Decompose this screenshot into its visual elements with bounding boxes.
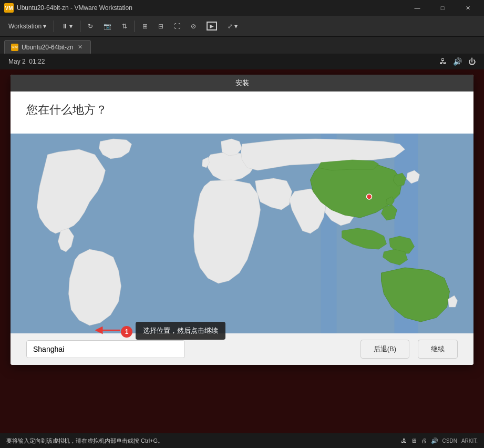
installer-header: 安装 <box>11 75 473 91</box>
pause-dropdown-icon: ▾ <box>69 23 73 30</box>
unity-icon: ⊘ <box>191 23 196 30</box>
split-icon: ⊞ <box>142 23 148 30</box>
bottom-statusbar: 要将输入定向到该虚拟机，请在虚拟机内部单击或按 Ctrl+G。 🖧 🖥 🖨 🔊 … <box>0 433 484 448</box>
app-icon: VM <box>4 3 14 13</box>
back-icon: ↻ <box>88 23 93 30</box>
vm-statusbar-right: 🖧 🔊 ⏻ <box>439 57 476 66</box>
installer-bottom: 1 选择位置，然后点击继续 后退(B) 继续 <box>11 333 473 365</box>
vm-hint-text: 要将输入定向到该虚拟机，请在虚拟机内部单击或按 Ctrl+G。 <box>6 437 163 445</box>
view-single-button[interactable]: ⊟ <box>154 18 168 34</box>
single-icon: ⊟ <box>158 23 163 30</box>
display-icon: 🖥 <box>411 437 417 444</box>
toolbar-separator-3 <box>135 21 135 32</box>
toolbar-separator-1 <box>54 21 54 32</box>
back-button[interactable]: ↻ <box>84 18 97 34</box>
vm-tab[interactable]: VM Ubuntu20-64bit-zn ✕ <box>4 40 91 54</box>
step-badge: 1 <box>121 326 132 338</box>
tooltip-text: 选择位置，然后点击继续 <box>143 327 218 334</box>
arrow-svg <box>95 325 121 335</box>
world-map[interactable] <box>11 134 473 333</box>
tab-vm-icon: VM <box>11 44 18 51</box>
bottom-right-icons: 🖧 🖥 🖨 🔊 CSDN ARKIT. <box>401 437 478 444</box>
snapshot-button[interactable]: 📷 <box>99 18 116 34</box>
toolbar: Workstation ▾ ⏸ ▾ ↻ 📷 ⇅ ⊞ ⊟ ⛶ ⊘ ▶ ⤢ ▾ <box>0 16 484 37</box>
window-title: Ubuntu20-64bit-zn - VMware Workstation <box>17 4 405 12</box>
pause-icon: ⏸ <box>61 23 68 30</box>
red-arrow-indicator <box>95 325 121 338</box>
network-status-icon: 🖧 <box>401 437 407 444</box>
toolbar-separator-2 <box>80 21 80 32</box>
close-button[interactable]: ✕ <box>456 0 480 16</box>
location-question: 您在什么地方？ <box>26 102 458 118</box>
stretch-button[interactable]: ⤢ ▾ <box>223 18 242 34</box>
usb-icon: 🖨 <box>421 437 427 444</box>
tab-close-button[interactable]: ✕ <box>77 44 84 51</box>
window-controls: — □ ✕ <box>405 0 480 16</box>
workstation-dropdown-icon: ▾ <box>43 23 46 30</box>
view-split-button[interactable]: ⊞ <box>138 18 152 34</box>
console-button[interactable]: ▶ <box>202 18 221 34</box>
restore-button[interactable]: ⇅ <box>118 18 131 34</box>
restore-icon: ⇅ <box>122 23 127 30</box>
title-bar: VM Ubuntu20-64bit-zn - VMware Workstatio… <box>0 0 484 16</box>
arkit-label: ARKIT. <box>461 438 478 444</box>
fullscreen-button[interactable]: ⛶ <box>170 18 184 34</box>
volume-icon: 🔊 <box>453 57 462 66</box>
tab-bar: VM Ubuntu20-64bit-zn ✕ <box>0 37 484 54</box>
vm-time: 01:22 <box>29 58 45 65</box>
csdn-label: CSDN <box>442 438 457 444</box>
snapshot-icon: 📷 <box>104 23 111 30</box>
vm-date: May 2 <box>8 58 26 65</box>
tab-label: Ubuntu20-64bit-zn <box>22 44 74 51</box>
installer-content: 您在什么地方？ <box>11 91 473 134</box>
location-marker <box>367 194 372 199</box>
workstation-label: Workstation <box>8 23 42 30</box>
location-input[interactable] <box>26 340 185 358</box>
vm-datetime: May 2 01:22 <box>8 58 45 65</box>
continue-button[interactable]: 继续 <box>418 340 458 359</box>
installer-window: 安装 您在什么地方？ <box>11 75 473 365</box>
fullscreen-icon: ⛶ <box>174 23 180 30</box>
maximize-button[interactable]: □ <box>430 0 455 16</box>
minimize-button[interactable]: — <box>405 0 429 16</box>
map-svg[interactable] <box>11 134 473 333</box>
back-button[interactable]: 后退(B) <box>361 340 409 359</box>
stretch-icon: ⤢ <box>228 23 233 30</box>
pause-button[interactable]: ⏸ ▾ <box>57 18 77 34</box>
installer-title: 安装 <box>235 78 249 88</box>
console-icon: ▶ <box>207 22 217 30</box>
vm-statusbar: May 2 01:22 🖧 🔊 ⏻ <box>0 54 484 69</box>
workstation-menu-button[interactable]: Workstation ▾ <box>4 18 50 34</box>
vm-area[interactable]: 安装 您在什么地方？ <box>0 69 484 433</box>
tooltip-box: 选择位置，然后点击继续 <box>136 322 225 340</box>
network-icon: 🖧 <box>439 57 447 66</box>
power-icon: ⏻ <box>468 57 476 66</box>
stretch-dropdown: ▾ <box>234 23 238 30</box>
print-icon: 🔊 <box>431 437 438 444</box>
location-input-wrapper <box>26 340 185 358</box>
unity-button[interactable]: ⊘ <box>187 18 200 34</box>
